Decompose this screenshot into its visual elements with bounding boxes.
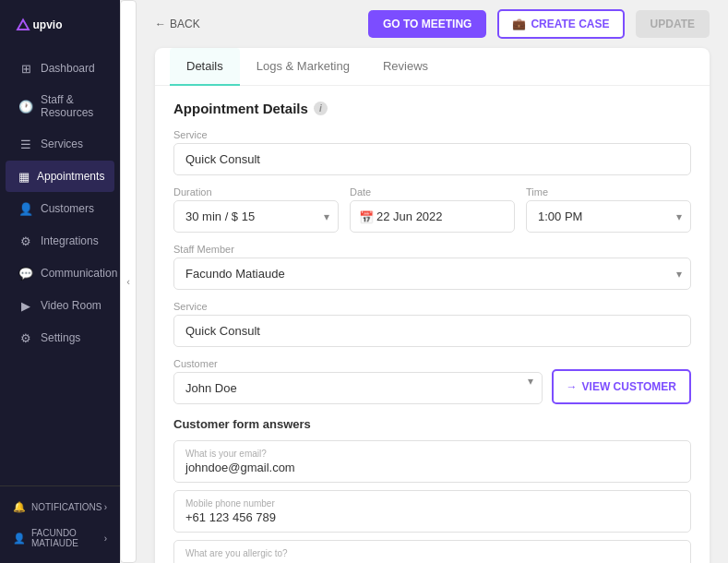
customer-row: Customer John Doe → VIEW CUSTOMER xyxy=(173,358,691,404)
customers-icon: 👤 xyxy=(18,201,33,216)
sidebar-item-label: Settings xyxy=(41,331,80,344)
sidebar-item-label: Integrations xyxy=(41,234,99,247)
sidebar-item-settings[interactable]: ⚙ Settings xyxy=(6,322,114,353)
calendar-icon: 📅 xyxy=(359,210,374,223)
sidebar-collapse-button[interactable]: ‹ xyxy=(120,0,137,563)
sidebar-item-label: Staff & Resources xyxy=(41,93,101,119)
info-icon: i xyxy=(314,102,328,115)
sidebar-item-staff[interactable]: 🕐 Staff & Resources xyxy=(6,85,114,127)
time-select[interactable]: 1:00 PM xyxy=(526,200,691,233)
service-input[interactable] xyxy=(173,143,691,175)
answers-title: Customer form answers xyxy=(173,417,691,431)
go-to-meeting-button[interactable]: GO TO MEETING xyxy=(368,10,486,38)
sidebar-item-label: Services xyxy=(41,138,83,150)
section-title: Appointment Details i xyxy=(173,101,691,116)
sidebar-item-label: Communication xyxy=(41,267,117,280)
sidebar-item-customers[interactable]: 👤 Customers xyxy=(6,193,114,224)
chevron-right-icon2: › xyxy=(104,533,107,544)
video-icon: ▶ xyxy=(18,298,33,313)
sidebar-item-dashboard[interactable]: ⊞ Dashboard xyxy=(6,53,114,84)
answer-email: What is your email? johndoe@gmail.com xyxy=(173,440,691,483)
phone-answer-label: Mobile phone number xyxy=(185,498,679,509)
staff-icon: 🕐 xyxy=(18,99,33,114)
svg-text:upvio: upvio xyxy=(33,18,63,31)
tabs: Details Logs & Marketing Reviews xyxy=(155,48,710,86)
integrations-icon: ⚙ xyxy=(18,234,33,248)
sidebar-item-label: Customers xyxy=(41,202,94,215)
sidebar-item-appointments[interactable]: ▦ Appointments xyxy=(6,161,114,192)
time-label: Time xyxy=(526,186,691,198)
answer-phone: Mobile phone number +61 123 456 789 xyxy=(173,490,691,533)
tab-reviews[interactable]: Reviews xyxy=(366,48,445,86)
logo: upvio xyxy=(0,0,120,48)
communication-icon: 💬 xyxy=(18,266,33,281)
settings-icon: ⚙ xyxy=(18,330,33,345)
time-select-wrapper: 1:00 PM xyxy=(526,200,691,233)
date-input[interactable] xyxy=(350,200,515,233)
duration-select-wrapper: 30 min / $ 15 xyxy=(173,200,339,233)
update-button[interactable]: UPDATE xyxy=(636,10,710,38)
allergy-answer-label: What are you allergic to? xyxy=(185,548,679,558)
sidebar-nav: ⊞ Dashboard 🕐 Staff & Resources ☰ Servic… xyxy=(0,48,120,485)
customer-form-answers: Customer form answers What is your email… xyxy=(173,417,691,563)
sidebar-item-services[interactable]: ☰ Services xyxy=(6,128,114,160)
time-col: Time 1:00 PM xyxy=(526,186,691,233)
bell-icon: 🔔 xyxy=(13,501,26,513)
create-case-label: CREATE CASE xyxy=(531,18,609,30)
svg-marker-0 xyxy=(18,20,29,30)
staff-select[interactable]: Facundo Matiaude xyxy=(173,258,691,290)
answer-allergy: What are you allergic to? Peanuts, Straw… xyxy=(173,540,691,563)
service-field: Service xyxy=(173,129,691,175)
topbar: ← BACK GO TO MEETING 💼 CREATE CASE UPDAT… xyxy=(137,0,728,48)
date-wrapper: 📅 xyxy=(350,200,515,233)
sidebar-item-video-room[interactable]: ▶ Video Room xyxy=(6,290,114,321)
appointments-icon: ▦ xyxy=(18,169,30,184)
staff-select-wrapper: Facundo Matiaude xyxy=(173,258,691,290)
customer-label: Customer xyxy=(173,358,543,369)
user-item[interactable]: 👤 FACUNDO MATIAUDE › xyxy=(0,521,120,556)
service-label: Service xyxy=(173,129,691,140)
sidebar-bottom: 🔔 NOTIFICATIONS › 👤 FACUNDO MATIAUDE › xyxy=(0,485,120,563)
service2-field: Service xyxy=(173,301,691,347)
duration-label: Duration xyxy=(173,186,339,198)
user-icon: 👤 xyxy=(13,533,26,545)
create-case-button[interactable]: 💼 CREATE CASE xyxy=(497,9,624,39)
view-customer-label: VIEW CUSTOMER xyxy=(582,380,676,393)
phone-answer-value: +61 123 456 789 xyxy=(185,510,679,524)
service2-input[interactable] xyxy=(173,315,691,347)
sidebar-item-label: Dashboard xyxy=(41,62,95,75)
tab-details[interactable]: Details xyxy=(170,48,240,86)
sidebar-item-communication[interactable]: 💬 Communication xyxy=(6,258,114,289)
chevron-right-icon: › xyxy=(104,502,107,512)
notifications-item[interactable]: 🔔 NOTIFICATIONS › xyxy=(0,494,120,521)
back-button[interactable]: ← BACK xyxy=(155,18,200,30)
back-label: BACK xyxy=(170,18,200,30)
customer-select-wrapper: Customer John Doe xyxy=(173,358,543,404)
chevron-left-icon: ‹ xyxy=(126,276,130,287)
view-customer-button[interactable]: → VIEW CUSTOMER xyxy=(552,369,691,404)
duration-date-time-row: Duration 30 min / $ 15 Date 📅 Time xyxy=(173,186,691,233)
tab-logs[interactable]: Logs & Marketing xyxy=(240,48,366,86)
briefcase-icon: 💼 xyxy=(512,18,526,30)
duration-col: Duration 30 min / $ 15 xyxy=(173,186,339,233)
arrow-left-icon: ← xyxy=(155,18,166,30)
sidebar-item-label: Video Room xyxy=(41,299,101,312)
card-body: Appointment Details i Service Duration 3… xyxy=(155,86,710,563)
sidebar: upvio ⊞ Dashboard 🕐 Staff & Resources ☰ … xyxy=(0,0,120,563)
main-content: ← BACK GO TO MEETING 💼 CREATE CASE UPDAT… xyxy=(137,0,728,563)
duration-select[interactable]: 30 min / $ 15 xyxy=(173,200,339,233)
date-col: Date 📅 xyxy=(350,186,515,233)
services-icon: ☰ xyxy=(18,137,33,151)
sidebar-item-integrations[interactable]: ⚙ Integrations xyxy=(6,225,114,257)
dashboard-icon: ⊞ xyxy=(18,61,33,76)
sidebar-item-label: Appointments xyxy=(37,170,104,183)
staff-label: Staff Member xyxy=(173,244,691,255)
service2-label: Service xyxy=(173,301,691,312)
email-answer-label: What is your email? xyxy=(185,449,679,459)
staff-field: Staff Member Facundo Matiaude xyxy=(173,244,691,290)
date-label: Date xyxy=(350,186,515,198)
user-label: FACUNDO MATIAUDE xyxy=(31,528,104,548)
arrow-right-icon: → xyxy=(567,380,578,393)
notifications-label: NOTIFICATIONS xyxy=(31,502,101,512)
customer-select[interactable]: John Doe xyxy=(173,372,543,404)
